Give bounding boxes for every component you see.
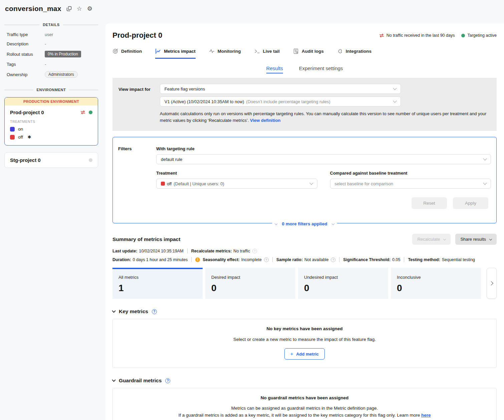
chevron-right-icon [489,281,493,285]
view-impact-panel: View impact for Feature flag versions V1… [112,78,497,131]
chevron-down-icon [483,157,487,160]
targeting-rule-label: With targeting rule [156,146,491,151]
environment-card-staging[interactable]: Stg-project 0 [4,152,98,168]
testing-method-label: Testing method: [408,257,440,262]
treatment-off-color-swatch [10,135,15,140]
impact-version-note: (Doesn’t include percentage targeting ru… [246,99,330,104]
reset-button[interactable]: Reset [412,197,447,209]
treatment-off: off ✱ [10,135,92,140]
star-icon[interactable]: ☆ [77,6,82,12]
seasonality-label: Seasonality effect: [203,257,239,262]
recalculate-button[interactable]: Recalculate [412,234,451,245]
cards-next-button[interactable] [487,268,497,299]
chevron-down-icon [332,222,334,225]
impact-scope-select[interactable]: Feature flag versions [160,84,401,94]
tab-live-tail[interactable]: Live tail [254,48,280,59]
help-circle-icon[interactable]: ? [331,257,335,262]
baseline-select[interactable]: select baseline for comparison [330,179,491,189]
chevron-down-icon [489,237,492,240]
gear-icon[interactable]: ⚙ [87,6,92,12]
metric-card-inconclusive[interactable]: Inconclusive 0 [391,268,481,299]
help-circle-icon[interactable]: ? [165,378,170,383]
rollout-status-badge: 0% in Production [45,51,81,57]
impact-version-select[interactable]: V1 (Active) (10/02/2024 10:35AM to now) … [160,96,401,107]
view-impact-body: Feature flag versions V1 (Active) (10/02… [160,84,491,124]
targeting-active-dot [461,34,465,37]
chevron-down-icon [274,222,277,225]
collapse-chevron-icon[interactable] [112,309,115,312]
detail-value-ownership: Administrators [45,71,98,78]
default-treatment-asterisk-icon: ✱ [28,135,31,140]
subtab-bar: Results Experiment settings [112,65,497,73]
significance-threshold-label: Significance Threshold: [343,257,391,262]
main-header: Prod-project 0 No traffic received in th… [112,31,497,40]
environment-heading: ENVIRONMENT [37,88,66,92]
divider [339,257,339,262]
tab-integrations-label: Integrations [346,49,371,54]
more-filters-toggle[interactable]: 0 more filters applied [272,221,337,226]
metric-card-value: 1 [118,283,197,293]
targeting-rule-select[interactable]: default rule [156,154,491,164]
treatment-on-label: on [18,127,23,132]
view-definition-link[interactable]: View definition [250,118,281,123]
metric-card-undesired-impact[interactable]: Undesired impact 0 [298,268,388,299]
environment-inactive-dot [89,158,92,162]
details-heading: DETAILS [43,23,59,27]
tab-integrations[interactable]: Integrations [337,48,371,59]
status-no-traffic: No traffic received in the last 90 days [379,33,455,38]
apply-button[interactable]: Apply [453,197,488,209]
tab-audit-logs-label: Audit logs [302,49,324,54]
subtab-results[interactable]: Results [266,65,283,73]
learn-more-link[interactable]: here [421,413,431,418]
help-circle-icon[interactable]: ? [152,309,157,314]
treatment-select[interactable]: off (Default | Unique users: 0) [156,179,317,189]
sample-ratio-label: Sample ratio: [276,257,303,262]
tab-metrics-impact[interactable]: Metrics impact [155,48,196,59]
chevron-down-icon [393,86,397,90]
guardrail-metrics-header: Guardrail metrics ? [112,378,497,384]
share-results-button[interactable]: Share results [455,234,497,245]
plus-icon: + [290,351,293,357]
metric-card-desired-impact[interactable]: Desired impact 0 [205,268,295,299]
environment-card-production[interactable]: PRODUCTION ENVIRONMENT Prod-project 0 TR… [4,97,98,146]
detail-value-traffic-type: user [45,32,98,37]
info-circle-icon[interactable]: ? [252,249,257,253]
subtab-experiment-settings[interactable]: Experiment settings [299,65,343,73]
impact-scope-value: Feature flag versions [165,86,205,91]
baseline-filter-column: Compared against baseline treatment sele… [330,171,491,189]
status-no-traffic-label: No traffic received in the last 90 days [387,33,455,38]
key-metrics-header: Key metrics ? [112,308,497,314]
filters-buttons: Reset Apply [156,197,488,209]
metric-card-label: All metrics [118,275,197,280]
guardrail-empty-title: No guardrail metrics have been assigned [119,395,490,400]
tab-monitoring[interactable]: Monitoring [209,48,241,59]
page: conversion_max ☆ ⚙ DETAILS Traffic type … [0,0,504,420]
divider [272,257,273,262]
tab-audit-logs[interactable]: Audit logs [293,48,324,59]
metric-card-label: Inconclusive [397,275,475,280]
baseline-filter-label: Compared against baseline treatment [330,171,491,176]
key-metrics-empty-title: No key metrics have been assigned [119,326,490,331]
treatment-on: on [10,127,92,132]
staging-environment-name: Stg-project 0 [10,157,41,163]
recalculate-button-label: Recalculate [417,237,440,242]
detail-label-traffic-type: Traffic type [7,32,41,37]
help-circle-icon[interactable]: ? [264,257,269,262]
recalculate-metrics-label: Recalculate metrics: [191,249,232,253]
key-metrics-empty-text: Select or create a new metric to measure… [119,337,490,342]
divider [404,257,404,262]
status-row: No traffic received in the last 90 days … [379,33,497,38]
copy-icon[interactable] [66,6,72,11]
metric-card-all-metrics[interactable]: All metrics 1 [112,268,203,299]
summary-title: Summary of metrics impact [112,236,180,242]
metric-card-value: 0 [304,283,382,293]
seasonality-value: Incomplete [241,257,262,262]
treatment-filter-column: Treatment off (Default | Unique users: 0… [156,171,317,189]
significance-threshold-value: 0.05 [392,257,400,262]
tab-definition[interactable]: Definition [112,48,142,59]
add-metric-button[interactable]: + Add metric [284,348,325,360]
last-update-label: Last update: [112,249,137,253]
treatment-on-color-swatch [10,127,15,132]
collapse-chevron-icon[interactable] [112,378,115,382]
treatment-filter-label: Treatment [156,171,317,176]
